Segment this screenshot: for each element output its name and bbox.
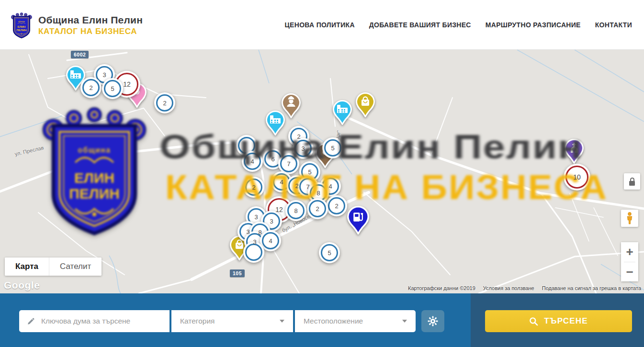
cluster-count: 8 [258, 229, 261, 236]
pegman-icon [626, 212, 633, 224]
cluster-count: 3 [270, 218, 273, 225]
chevron-down-icon [402, 320, 407, 323]
category-placeholder: Категория [180, 317, 215, 325]
attribution-report-error-link[interactable]: Подаване на сигнал за грешка в картата [542, 285, 641, 291]
cluster-count: 5 [111, 85, 114, 92]
search-button[interactable]: ТЪРСЕНЕ [485, 310, 632, 332]
cluster-count: 4 [269, 237, 272, 245]
header: Община Елин Пелин КАТАЛОГ НА БИЗНЕСА ЦЕН… [0, 0, 644, 50]
lock-icon [629, 181, 635, 186]
cluster-count: 4 [328, 183, 332, 190]
cluster-count: 2 [316, 205, 319, 213]
factory-pin-marker[interactable] [266, 111, 285, 135]
map-lock-button[interactable] [624, 173, 640, 190]
municipality-crest-logo [11, 11, 33, 39]
nav-route-schedule[interactable]: МАРШРУТНО РАЗПИСАНИЕ [486, 21, 581, 29]
cluster-marker[interactable]: 10 [564, 164, 590, 190]
cluster-count: 2 [252, 184, 255, 191]
cluster-count: 5 [331, 145, 334, 152]
search-bar: Категория Местоположение [0, 293, 644, 347]
fuel-pin-marker[interactable] [347, 206, 369, 235]
zoom-in-button[interactable]: + [621, 242, 638, 262]
search-button-label: ТЪРСЕНЕ [544, 316, 588, 326]
cluster-marker[interactable]: 2 [243, 177, 264, 198]
chevron-down-icon [280, 320, 284, 323]
keyword-input[interactable] [40, 316, 169, 326]
bag-pin-marker[interactable] [356, 92, 375, 117]
location-placeholder: Местоположение [304, 317, 363, 325]
map-canvas[interactable]: ул. Преславбул. „Новоселщи" 6002105 [0, 50, 644, 293]
cluster-marker[interactable]: 5 [322, 137, 343, 158]
cluster-count: 2 [89, 84, 92, 91]
factory-icon [333, 100, 352, 125]
church-icon [565, 139, 584, 164]
attribution-copyright: Картографски данни ©2019 [408, 285, 475, 291]
road-badge: 6002 [71, 51, 89, 58]
page: Община Елин Пелин КАТАЛОГ НА БИЗНЕСА ЦЕН… [0, 0, 644, 347]
main-nav: ЦЕНОВА ПОЛИТИКА ДОБАВЕТЕ ВАШИЯТ БИЗНЕС М… [285, 0, 632, 49]
map-attribution: Картографски данни ©2019 Условия за полз… [408, 285, 641, 291]
cluster-count: 3 [102, 71, 106, 78]
cluster-count: 2 [335, 202, 338, 210]
site-subtitle: КАТАЛОГ НА БИЗНЕСА [38, 27, 143, 36]
cluster-count: 8 [316, 190, 320, 197]
cluster-count: 3 [254, 213, 258, 221]
cluster-marker[interactable]: 2 [307, 198, 328, 219]
cluster-count: 8 [294, 207, 297, 214]
nav-contacts[interactable]: КОНТАКТИ [595, 21, 632, 29]
factory-icon [266, 111, 285, 135]
road-badge: 105 [230, 269, 245, 277]
bag-icon [356, 92, 375, 117]
category-select[interactable]: Категория [171, 310, 293, 332]
cluster-count: 10 [573, 173, 581, 181]
cluster-marker[interactable]: 5 [102, 78, 123, 99]
cluster-count: 7 [287, 160, 290, 168]
gear-icon [427, 315, 439, 327]
zoom-control: + − [621, 242, 638, 281]
zoom-out-button[interactable]: − [621, 262, 638, 282]
pencil-icon [27, 317, 35, 326]
cluster-marker[interactable]: 2 [80, 77, 102, 98]
advanced-settings-button[interactable] [421, 310, 444, 332]
search-icon [529, 317, 538, 326]
cluster-count: 3 [246, 228, 249, 235]
cluster-marker[interactable]: 8 [285, 200, 306, 221]
cluster-count: 3 [301, 145, 305, 152]
cluster-count: 2 [297, 133, 300, 140]
brand[interactable]: Община Елин Пелин КАТАЛОГ НА БИЗНЕСА [11, 11, 143, 39]
fuel-icon [347, 206, 369, 235]
factory-pin-marker[interactable] [333, 100, 352, 125]
pegman-button[interactable] [621, 210, 638, 227]
nav-pricing-policy[interactable]: ЦЕНОВА ПОЛИТИКА [285, 21, 355, 29]
cluster-count: 7 [306, 183, 309, 190]
map-type-map-button[interactable]: Карта [5, 257, 49, 276]
cluster-count: 4 [250, 158, 254, 165]
cluster-marker[interactable]: 2 [326, 195, 347, 216]
cluster-count: 12 [123, 80, 131, 88]
cluster-count: 12 [275, 206, 283, 213]
cluster-marker[interactable]: 4 [242, 151, 263, 172]
cluster-count: 2 [295, 182, 298, 190]
map-type-satellite-button[interactable]: Сателит [49, 257, 102, 276]
cluster-count: 5 [328, 249, 331, 257]
cluster-count: 2 [163, 100, 166, 107]
location-select[interactable]: Местоположение [295, 310, 416, 332]
cluster-count: 6 [271, 156, 274, 163]
nav-add-your-business[interactable]: ДОБАВЕТЕ ВАШИЯТ БИЗНЕС [369, 21, 471, 29]
keyword-field[interactable] [19, 310, 169, 332]
attribution-terms-link[interactable]: Условия за ползване [483, 285, 534, 291]
cluster-marker[interactable]: 5 [319, 242, 340, 263]
cluster-count: 5 [308, 168, 311, 176]
cluster-count: 4 [280, 179, 283, 186]
cluster-marker[interactable]: 2 [154, 92, 175, 113]
church-pin-marker[interactable] [565, 139, 584, 164]
cluster-count: 3 [253, 238, 256, 246]
site-title: Община Елин Пелин [38, 14, 143, 26]
google-logo: Google [4, 280, 40, 291]
map-type-control: Карта Сателит [5, 257, 102, 276]
